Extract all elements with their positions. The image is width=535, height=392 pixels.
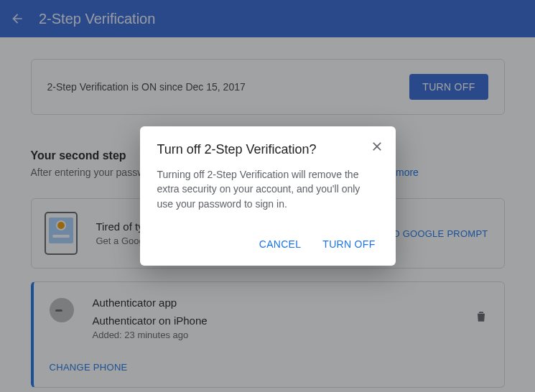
- cancel-button[interactable]: CANCEL: [256, 233, 304, 256]
- close-icon[interactable]: [370, 139, 384, 156]
- dialog-title: Turn off 2-Step Verification?: [157, 142, 378, 157]
- modal-scrim[interactable]: Turn off 2-Step Verification? Turning of…: [0, 0, 535, 392]
- dialog-actions: CANCEL TURN OFF: [157, 233, 378, 256]
- confirm-turn-off-button[interactable]: TURN OFF: [320, 233, 378, 256]
- turn-off-dialog: Turn off 2-Step Verification? Turning of…: [140, 126, 396, 266]
- dialog-body: Turning off 2-Step Verification will rem…: [157, 167, 378, 211]
